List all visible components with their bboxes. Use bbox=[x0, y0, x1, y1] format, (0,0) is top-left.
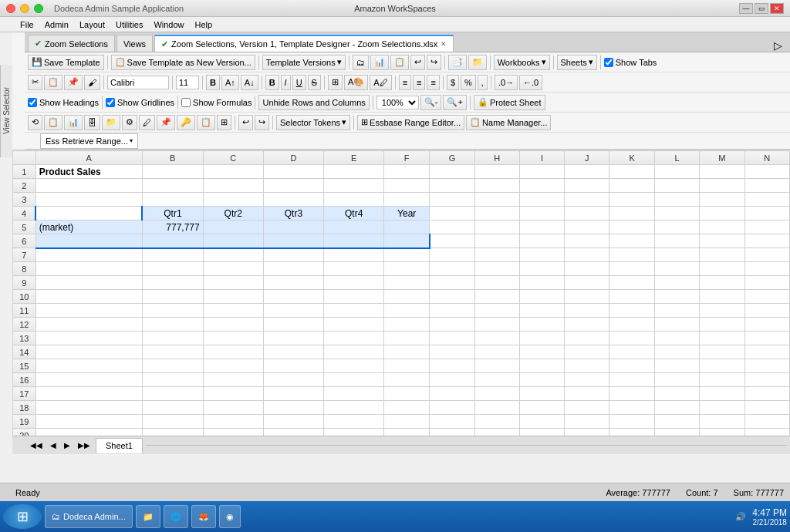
show-gridlines-label[interactable]: Show Gridlines bbox=[106, 98, 174, 107]
cell-r14-c5[interactable] bbox=[384, 345, 430, 359]
redo-button[interactable]: ↪ bbox=[255, 115, 269, 130]
cell-r16-c9[interactable] bbox=[565, 373, 609, 387]
cell-r6-c4[interactable] bbox=[324, 234, 384, 248]
cell-r15-c10[interactable] bbox=[609, 359, 654, 373]
cell-r18-c10[interactable] bbox=[609, 401, 654, 415]
copy-button[interactable]: 📋 bbox=[44, 75, 62, 90]
cell-r14-c7[interactable] bbox=[474, 345, 519, 359]
cell-r3-c3[interactable] bbox=[263, 193, 323, 207]
cell-r11-c0[interactable] bbox=[35, 304, 142, 318]
start-button[interactable]: ⊞ bbox=[3, 504, 42, 529]
cell-r16-c0[interactable] bbox=[35, 373, 142, 387]
cell-r14-c11[interactable] bbox=[654, 345, 699, 359]
cell-r12-c3[interactable] bbox=[263, 318, 323, 332]
cell-r20-c4[interactable] bbox=[324, 429, 384, 436]
cell-r15-c11[interactable] bbox=[654, 359, 699, 373]
col-header-c[interactable]: C bbox=[203, 151, 263, 165]
cell-r10-c5[interactable] bbox=[384, 290, 430, 304]
cell-r3-c9[interactable] bbox=[565, 193, 609, 207]
cell-r12-c9[interactable] bbox=[565, 318, 609, 332]
cell-r7-c2[interactable] bbox=[203, 248, 263, 262]
cell-r1-c4[interactable] bbox=[324, 165, 384, 179]
cell-r7-c12[interactable] bbox=[700, 248, 744, 262]
cell-r1-c11[interactable] bbox=[654, 165, 699, 179]
cell-r10-c12[interactable] bbox=[700, 290, 744, 304]
cell-r18-c13[interactable] bbox=[744, 401, 790, 415]
row-header-12[interactable]: 12 bbox=[13, 318, 36, 332]
menu-utilities[interactable]: Utilities bbox=[111, 19, 147, 31]
cell-r4-c11[interactable] bbox=[654, 207, 699, 221]
cell-r14-c8[interactable] bbox=[519, 345, 564, 359]
cell-r5-c12[interactable] bbox=[700, 221, 744, 234]
cell-r5-c7[interactable] bbox=[474, 221, 519, 234]
icon-row4-5[interactable]: 📁 bbox=[102, 115, 120, 130]
cell-r2-c9[interactable] bbox=[565, 179, 609, 193]
cell-r17-c1[interactable] bbox=[142, 387, 203, 401]
cell-r6-c1[interactable] bbox=[142, 234, 203, 248]
cell-r18-c0[interactable] bbox=[35, 401, 142, 415]
cell-r8-c8[interactable] bbox=[519, 262, 564, 276]
cell-r15-c13[interactable] bbox=[744, 359, 790, 373]
close-button[interactable]: ✕ bbox=[770, 3, 784, 14]
cell-r17-c12[interactable] bbox=[700, 387, 744, 401]
cell-r12-c5[interactable] bbox=[384, 318, 430, 332]
cell-r20-c6[interactable] bbox=[430, 429, 474, 436]
cell-r19-c7[interactable] bbox=[474, 415, 519, 429]
cell-r7-c5[interactable] bbox=[384, 248, 430, 262]
save-template-button[interactable]: 💾 Save Template bbox=[28, 55, 104, 70]
zoom-select[interactable]: 100% 75% 125% bbox=[376, 96, 419, 109]
show-tabs-checkbox[interactable] bbox=[604, 58, 613, 67]
icon-btn-5[interactable]: ↪ bbox=[427, 55, 441, 70]
cell-r17-c9[interactable] bbox=[565, 387, 609, 401]
cell-r15-c1[interactable] bbox=[142, 359, 203, 373]
percent-button[interactable]: % bbox=[461, 75, 476, 90]
cell-r6-c7[interactable] bbox=[474, 234, 519, 248]
view-selector-tab[interactable]: View Selector bbox=[0, 65, 12, 157]
cell-r15-c0[interactable] bbox=[35, 359, 142, 373]
cell-r9-c11[interactable] bbox=[654, 276, 699, 290]
cell-r18-c7[interactable] bbox=[474, 401, 519, 415]
cell-r14-c10[interactable] bbox=[609, 345, 654, 359]
cell-r20-c9[interactable] bbox=[565, 429, 609, 436]
cell-r10-c8[interactable] bbox=[519, 290, 564, 304]
cell-r10-c7[interactable] bbox=[474, 290, 519, 304]
row-header-11[interactable]: 11 bbox=[13, 304, 36, 318]
cell-r1-c6[interactable] bbox=[430, 165, 474, 179]
cell-r9-c0[interactable] bbox=[35, 276, 142, 290]
cell-r5-c0[interactable]: (market) bbox=[35, 221, 142, 234]
cell-r13-c5[interactable] bbox=[384, 332, 430, 345]
taskbar-app-other[interactable]: ◉ bbox=[219, 505, 241, 528]
cell-r5-c10[interactable] bbox=[609, 221, 654, 234]
cell-r5-c3[interactable] bbox=[263, 221, 323, 234]
cell-r2-c3[interactable] bbox=[263, 179, 323, 193]
sheets-button[interactable]: Sheets ▾ bbox=[557, 55, 597, 70]
col-header-e[interactable]: E bbox=[324, 151, 384, 165]
taskbar-app-firefox[interactable]: 🦊 bbox=[191, 505, 216, 528]
cell-r11-c4[interactable] bbox=[324, 304, 384, 318]
icon-btn-1[interactable]: 🗂 bbox=[353, 55, 369, 70]
cell-r7-c1[interactable] bbox=[142, 248, 203, 262]
cell-r6-c10[interactable] bbox=[609, 234, 654, 248]
sheet-nav-first[interactable]: ◀◀ bbox=[28, 440, 45, 450]
minimize-window-dot[interactable] bbox=[20, 4, 29, 13]
cell-r10-c1[interactable] bbox=[142, 290, 203, 304]
cell-r16-c1[interactable] bbox=[142, 373, 203, 387]
cell-r2-c13[interactable] bbox=[744, 179, 790, 193]
cell-r1-c3[interactable] bbox=[263, 165, 323, 179]
cell-r6-c9[interactable] bbox=[565, 234, 609, 248]
row-header-4[interactable]: 4 bbox=[13, 207, 36, 221]
cell-r19-c5[interactable] bbox=[384, 415, 430, 429]
cell-r15-c4[interactable] bbox=[324, 359, 384, 373]
cell-r18-c3[interactable] bbox=[263, 401, 323, 415]
cell-r4-c9[interactable] bbox=[565, 207, 609, 221]
cell-r18-c6[interactable] bbox=[430, 401, 474, 415]
row-header-10[interactable]: 10 bbox=[13, 290, 36, 304]
taskbar-app-ie[interactable]: 🌐 bbox=[164, 505, 188, 528]
cell-r7-c3[interactable] bbox=[263, 248, 323, 262]
cell-r18-c9[interactable] bbox=[565, 401, 609, 415]
cell-r14-c1[interactable] bbox=[142, 345, 203, 359]
cell-r9-c2[interactable] bbox=[203, 276, 263, 290]
tab-zoom-selections-inactive[interactable]: ✔ Zoom Selections bbox=[28, 35, 115, 52]
cell-r1-c8[interactable] bbox=[519, 165, 564, 179]
cell-r16-c10[interactable] bbox=[609, 373, 654, 387]
